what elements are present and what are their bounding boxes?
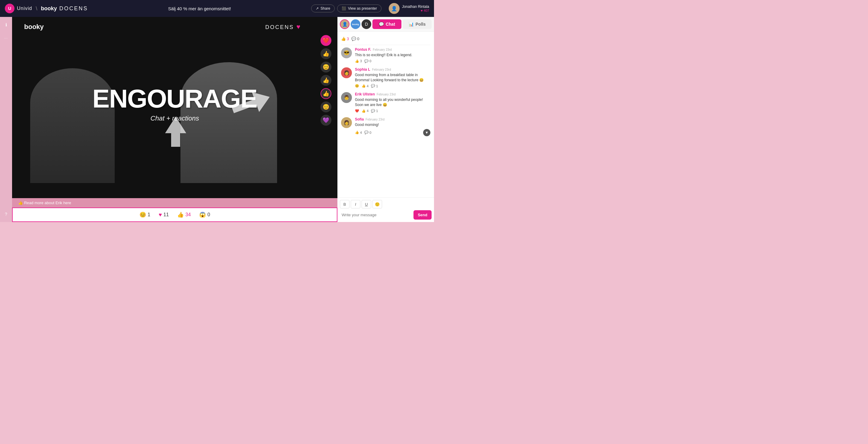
msg-like-2[interactable]: 👍 4 — [362, 84, 369, 88]
msg-text-4: Good morning! — [355, 122, 430, 127]
avatar-d: D — [362, 19, 371, 29]
msg-content-4: Sofia February 23rd Good morning! 👍 4 💬 … — [355, 117, 430, 136]
panel-header: 👤 booky D 💬 Chat 📊 Polls — [337, 17, 434, 32]
chat-input-area: B I U 🙂 Send — [337, 197, 434, 222]
msg-name-4: Sofia — [355, 117, 364, 121]
msg-comment-4[interactable]: 💬 0 — [364, 130, 371, 135]
video-wrapper: booky DOCENS ♥ ENGOURAGE Chat + reaction… — [12, 17, 337, 198]
user-points: ♥ 407 — [402, 9, 429, 12]
msg-comment-3[interactable]: 💬 1 — [371, 109, 378, 113]
msg-avatar-2: 👩 — [341, 67, 352, 78]
breadcrumb-sep: \ — [36, 5, 37, 12]
float-heart-reaction[interactable]: ❤️ — [320, 35, 331, 46]
msg-comment-2[interactable]: 💬 1 — [371, 84, 378, 88]
msg-heart-3[interactable]: ❤️ — [355, 109, 359, 113]
msg-content-2: Sophia L February 23rd Good morning from… — [355, 67, 430, 88]
docens-watermark: DOCENS ♥ — [265, 23, 301, 31]
sidebar-dots-icon[interactable]: ··· — [2, 34, 10, 42]
summary-like-icon: 👍 — [341, 36, 346, 41]
msg-like-3[interactable]: 👍 4 — [362, 109, 369, 113]
left-sidebar: ℹ ··· ? — [0, 17, 12, 222]
summary-comment-count: 0 — [357, 36, 359, 41]
sidebar-question-icon[interactable]: ? — [2, 210, 10, 218]
msg-reactions-1: 👍 3 💬 0 — [355, 59, 430, 63]
presenter-icon: ⬛ — [342, 6, 346, 10]
main-layout: ℹ ··· ? booky DOCENS ♥ — [0, 17, 434, 222]
person-right-silhouette — [181, 62, 277, 183]
heart-icon: ♥ — [159, 212, 162, 218]
msg-reactions-4: 👍 4 💬 0 ▼ — [355, 129, 430, 136]
float-smile-reaction[interactable]: 😊 — [320, 101, 331, 112]
tab-polls[interactable]: 📊 Polls — [403, 19, 432, 29]
sidebar-info-icon[interactable]: ℹ — [2, 21, 10, 29]
chat-messages-area: 👍 3 💬 0 😎 Pontus F. February 23rd This i… — [337, 32, 434, 197]
summary-comment-icon: 💬 — [351, 36, 356, 41]
float-love-reaction[interactable]: 💜 — [320, 115, 331, 126]
emoji-reaction[interactable]: 😊 1 — [140, 211, 150, 218]
logo-area: U Univid \ booky DOCENS — [5, 4, 88, 13]
univid-logo: U — [5, 4, 14, 13]
heart-reaction[interactable]: ♥ 11 — [159, 212, 169, 218]
format-italic-button[interactable]: I — [351, 200, 360, 208]
float-emoji-reaction[interactable]: 😊 — [320, 62, 331, 72]
msg-name-2: Sophia L — [355, 67, 370, 71]
collapse-button[interactable]: ▼ — [423, 129, 430, 136]
chat-tab-label: Chat — [386, 22, 395, 27]
thumbs-count: 34 — [185, 212, 191, 217]
msg-reactions-3: ❤️ 👍 4 💬 1 — [355, 109, 430, 113]
info-icon: ℹ — [5, 22, 7, 27]
heart-count: 11 — [163, 212, 169, 217]
format-underline-button[interactable]: U — [362, 200, 371, 208]
thumbs-reaction[interactable]: 👍 34 — [177, 211, 191, 218]
question-icon: ? — [5, 212, 7, 216]
tab-chat[interactable]: 💬 Chat — [372, 19, 401, 29]
arrow-down — [165, 117, 186, 148]
avatar-1: 👤 — [340, 19, 349, 29]
presenter-label: View as presenter — [348, 6, 377, 10]
shock-reaction[interactable]: 😱 0 — [199, 211, 210, 218]
msg-content-1: Pontus F. February 23rd This is so excit… — [355, 48, 430, 63]
svg-marker-0 — [165, 117, 186, 147]
share-label: Share — [320, 6, 330, 10]
promo-text: Sälj 40 % mer än genomsnittet! — [168, 6, 231, 11]
chat-input[interactable] — [340, 211, 412, 219]
chat-summary: 👍 3 💬 0 — [341, 35, 430, 45]
polls-tab-label: Polls — [415, 22, 426, 27]
user-name: Jonathan Rintala — [402, 4, 429, 9]
user-area: 👤 Jonathan Rintala ♥ 407 — [389, 3, 429, 14]
polls-tab-icon: 📊 — [409, 22, 414, 27]
msg-like-4[interactable]: 👍 4 — [355, 130, 362, 135]
format-emoji-button[interactable]: 🙂 — [372, 200, 382, 208]
header: U Univid \ booky DOCENS Sälj 40 % mer än… — [0, 0, 434, 17]
summary-comments: 💬 0 — [351, 36, 359, 41]
msg-heart-2[interactable]: 😊 — [355, 84, 359, 88]
share-button[interactable]: ↗ Share — [311, 4, 335, 12]
msg-date-1: February 23rd — [373, 48, 392, 51]
summary-like-count: 3 — [347, 36, 349, 41]
avatar: 👤 — [389, 3, 400, 14]
chat-input-row: Send — [340, 210, 432, 219]
content-area: booky DOCENS ♥ ENGOURAGE Chat + reaction… — [12, 17, 337, 222]
msg-comment-1[interactable]: 💬 0 — [364, 59, 371, 63]
msg-content-3: Erik Ullsten February 23rd Good morning … — [355, 92, 430, 113]
float-thumbsup2-reaction[interactable]: 👍 — [320, 75, 331, 86]
right-panel: 👤 booky D 💬 Chat 📊 Polls 👍 3 💬 — [337, 17, 434, 222]
read-more-banner[interactable]: 👍 Read more about Erik here — [12, 198, 337, 207]
avatar-booky: booky — [351, 19, 360, 29]
send-button[interactable]: Send — [413, 210, 432, 219]
format-bold-button[interactable]: B — [340, 200, 349, 208]
msg-header-2: Sophia L February 23rd — [355, 67, 430, 71]
header-actions: ↗ Share ⬛ View as presenter — [311, 4, 381, 12]
univid-label: Univid — [17, 6, 32, 11]
read-more-icon: 👍 — [18, 201, 23, 205]
float-thumbs-reaction[interactable]: 👍 — [320, 48, 331, 59]
chat-formatting-toolbar: B I U 🙂 — [340, 200, 432, 208]
summary-likes: 👍 3 — [341, 36, 349, 41]
dots-icon: ··· — [4, 36, 7, 40]
msg-avatar-1: 😎 — [341, 48, 352, 58]
msg-date-3: February 23rd — [377, 93, 396, 96]
view-presenter-button[interactable]: ⬛ View as presenter — [337, 4, 381, 12]
float-like-reaction[interactable]: 👍 — [320, 88, 331, 99]
msg-like-1[interactable]: 👍 3 — [355, 59, 362, 63]
docens-label: DOCENS — [59, 5, 88, 12]
